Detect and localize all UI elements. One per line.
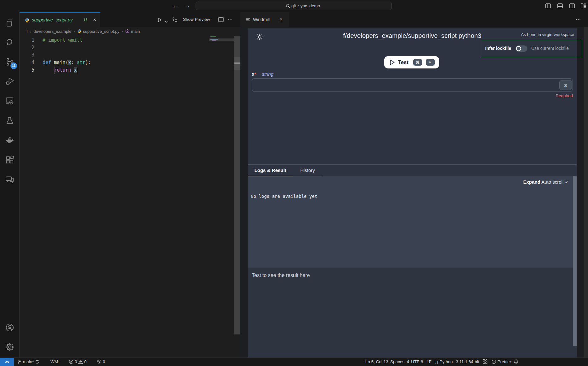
breadcrumb-file[interactable]: supportive_script.py	[83, 29, 120, 34]
tab-close-icon[interactable]: ×	[93, 13, 96, 27]
required-error: Required	[556, 93, 573, 98]
run-debug-icon[interactable]	[5, 76, 15, 86]
toggle-panel-icon[interactable]	[557, 3, 563, 8]
command-center-text: git_sync_demo	[291, 3, 320, 8]
svg-text:><: ><	[10, 101, 13, 104]
test-button-label: Test	[398, 56, 409, 68]
feedback-grid-icon[interactable]	[483, 358, 488, 366]
prettier-icon	[491, 359, 496, 366]
remote-indicator[interactable]: ><	[0, 358, 14, 366]
breadcrumb: f›developers_example›supportive_script.p…	[26, 27, 235, 35]
play-icon	[390, 59, 395, 67]
auto-scroll-label[interactable]: Auto scroll	[541, 179, 563, 185]
minimap[interactable]	[209, 35, 234, 54]
infer-lockfile-label: Infer lockfile	[485, 46, 511, 51]
status-bar: >< main* WM: 0 0 0 Ln 5, Col 13 Spaces: …	[0, 357, 588, 366]
breadcrumb-symbol[interactable]: main	[131, 29, 140, 34]
nav-back-icon[interactable]: ←	[172, 0, 178, 12]
explorer-icon[interactable]	[5, 18, 15, 28]
git-branch-item[interactable]: main*	[17, 358, 39, 366]
warning-count: 0	[84, 359, 87, 364]
command-center[interactable]: git_sync_demo	[196, 2, 392, 10]
variable-picker-button[interactable]: $	[559, 80, 572, 90]
result-pane: Test to see the result here	[248, 268, 577, 357]
error-icon	[69, 359, 74, 366]
comments-icon[interactable]	[5, 174, 15, 184]
workspace-context: As henri in virgin-workspace	[521, 32, 574, 37]
ports-count: 0	[103, 359, 105, 364]
indent-guide	[54, 67, 55, 74]
prettier-label: Prettier	[497, 359, 511, 364]
toggle-sidebar-icon[interactable]	[545, 3, 551, 8]
open-changes-icon[interactable]	[172, 17, 178, 25]
nav-forward-icon[interactable]: →	[184, 0, 190, 12]
problems-item[interactable]: 0 0	[69, 358, 86, 366]
toggle-secondary-sidebar-icon[interactable]	[569, 3, 575, 8]
titlebar: ← → git_sync_demo	[0, 0, 588, 12]
remote-explorer-icon[interactable]: ><	[5, 96, 15, 106]
editor-scrollbar[interactable]	[234, 36, 240, 334]
webview-icon	[246, 17, 250, 23]
prettier-item[interactable]: Prettier	[491, 358, 511, 366]
braces-icon: { }	[434, 360, 438, 364]
result-tabstrip: Logs & Result History	[248, 164, 577, 176]
search-sidebar-icon[interactable]	[5, 38, 15, 48]
webview-scrollbar-thumb[interactable]	[573, 176, 577, 346]
radio-tower-icon	[97, 359, 102, 366]
code-line-5: 5 return x	[20, 67, 234, 74]
more-actions-left-icon[interactable]: ⋯	[228, 12, 233, 20]
editor-tabbar-left: supportive_script.py U × Show Preview ⋯	[20, 12, 240, 27]
warning-icon	[78, 359, 83, 366]
python-file-icon	[77, 28, 82, 36]
symbol-method-icon	[125, 28, 130, 36]
no-logs-message: No logs are available yet	[251, 194, 317, 199]
check-icon: ✓	[565, 179, 569, 185]
docker-icon[interactable]	[5, 135, 15, 145]
cursor-position-item[interactable]: Ln 5, Col 13	[365, 358, 388, 366]
split-editor-icon[interactable]	[218, 17, 224, 25]
ports-item[interactable]: 0	[97, 358, 105, 366]
notifications-bell-icon[interactable]	[514, 358, 519, 366]
arg-label-row: x*string	[252, 71, 273, 77]
tab-close-icon[interactable]: ×	[279, 12, 283, 27]
encoding-item[interactable]: UTF-8	[411, 358, 423, 366]
tab-history[interactable]: History	[293, 165, 322, 177]
git-branch-icon	[17, 359, 22, 366]
indentation-item[interactable]: Spaces: 4	[390, 358, 409, 366]
windmill-webview: f/developers_example/supportive_script p…	[240, 27, 588, 357]
account-icon[interactable]	[5, 322, 15, 333]
run-file-icon[interactable]	[157, 17, 162, 25]
settings-gear-icon[interactable]	[5, 342, 15, 352]
tab-label: supportive_script.py	[32, 13, 73, 27]
editor-tabbar-right: Windmill × ⋯	[240, 12, 588, 27]
tab-git-status: U	[84, 13, 87, 27]
tab-windmill[interactable]: Windmill ×	[240, 12, 289, 27]
testing-icon[interactable]	[5, 115, 15, 126]
test-button[interactable]: Test ⌘ ↵	[384, 56, 439, 68]
eol-item[interactable]: LF	[426, 358, 432, 366]
customize-layout-icon[interactable]	[581, 3, 586, 8]
arg-input[interactable]: $	[252, 78, 573, 92]
tab-label: Windmill	[253, 12, 270, 27]
run-dropdown-icon[interactable]	[165, 19, 168, 26]
expand-button[interactable]: Expand	[523, 179, 540, 185]
breadcrumb-root[interactable]: f	[26, 29, 28, 34]
tab-supportive-script[interactable]: supportive_script.py U ×	[20, 12, 100, 27]
wm-item[interactable]: WM:	[50, 358, 59, 366]
arg-type: string	[262, 71, 273, 77]
language-name: Python	[439, 359, 453, 364]
language-item[interactable]: { } Python	[434, 358, 453, 366]
use-current-lockfile-label: Use current lockfile	[531, 46, 569, 51]
show-preview-button[interactable]: Show Preview	[183, 12, 210, 20]
python-version-item[interactable]: 3.11.1 64-bit	[456, 358, 479, 366]
cmd-key-icon: ⌘	[413, 59, 422, 66]
tab-logs-result[interactable]: Logs & Result	[248, 165, 293, 177]
webview-scrollbar-track[interactable]	[584, 27, 588, 357]
code-line-2: 2	[20, 44, 234, 52]
breadcrumb-folder[interactable]: developers_example	[33, 29, 71, 34]
lockfile-toggle[interactable]	[515, 45, 527, 52]
code-editor[interactable]: f›developers_example›supportive_script.p…	[20, 27, 240, 357]
more-actions-right-icon[interactable]: ⋯	[576, 12, 581, 27]
extensions-icon[interactable]	[5, 155, 15, 165]
sync-icon	[35, 359, 39, 366]
